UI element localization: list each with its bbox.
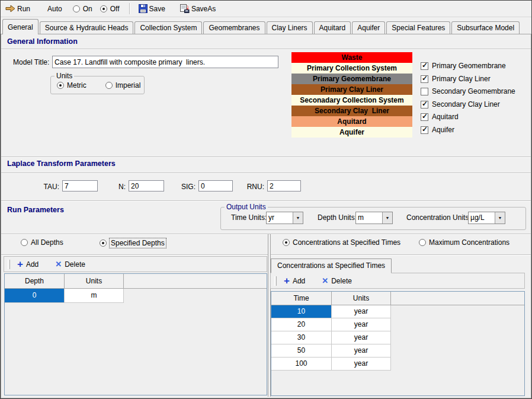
tab-general[interactable]: General xyxy=(2,19,39,34)
tab-special-features[interactable]: Special Features xyxy=(386,21,450,34)
saveas-button[interactable]: SaveAs xyxy=(180,4,216,13)
checkbox-primary-geomembrane[interactable]: Primary Geomembrane xyxy=(421,62,506,70)
rnu-input[interactable] xyxy=(267,180,301,191)
times-add-button[interactable]: + Add xyxy=(284,277,305,285)
metric-radio[interactable]: Metric xyxy=(57,81,86,90)
table-row[interactable]: 20 year xyxy=(271,318,524,331)
imperial-radio[interactable]: Imperial xyxy=(105,81,141,90)
units-cell[interactable]: year xyxy=(332,318,391,331)
checkbox-box[interactable] xyxy=(421,88,428,95)
units-column-header[interactable]: Units xyxy=(332,292,391,305)
times-tab[interactable]: Concentrations at Specified Times xyxy=(271,258,392,273)
auto-off-radio-circle[interactable] xyxy=(100,5,107,12)
x-icon: ✕ xyxy=(322,277,328,285)
depth-column-header[interactable]: Depth xyxy=(5,274,65,289)
concentrations-specified-times-radio[interactable]: Concentrations at Specified Times xyxy=(283,238,400,247)
sig-input[interactable] xyxy=(198,180,233,191)
checkbox-box[interactable] xyxy=(421,113,428,121)
chevron-down-icon[interactable]: ▼ xyxy=(382,212,392,224)
units-groupbox: Units Metric Imperial xyxy=(50,72,145,94)
header-filler xyxy=(124,274,267,289)
main-toolbar: Run Auto On Off Save SaveAs xyxy=(1,1,531,17)
table-row[interactable]: 30 year xyxy=(271,331,524,344)
n-input[interactable] xyxy=(129,180,164,191)
concentrations-specified-times-radio-circle[interactable] xyxy=(283,239,290,246)
all-depths-radio-circle[interactable] xyxy=(21,239,28,246)
imperial-radio-circle[interactable] xyxy=(105,82,113,89)
auto-label: Auto xyxy=(47,5,62,13)
depth-cell[interactable]: 0 xyxy=(5,289,65,303)
layer-primary-geomembrane: Primary Geomembrane xyxy=(291,74,412,84)
depth-units-combo[interactable]: m ▼ xyxy=(355,212,393,224)
table-row[interactable]: 50 year xyxy=(271,344,524,357)
table-row[interactable]: 100 year xyxy=(271,357,524,371)
time-units-combo[interactable]: yr ▼ xyxy=(266,212,303,224)
tab-source-hydraulic-heads[interactable]: Source & Hydraulic Heads xyxy=(40,21,134,34)
auto-off-radio[interactable]: Off xyxy=(100,5,120,13)
chevron-down-icon[interactable]: ▼ xyxy=(293,212,303,224)
all-depths-radio[interactable]: All Depths xyxy=(21,238,63,247)
checkbox-secondary-geomembrane[interactable]: Secondary Geomembrane xyxy=(421,87,515,95)
run-button[interactable]: Run xyxy=(5,5,30,13)
depth-table-header: Depth Units xyxy=(5,274,267,289)
auto-on-radio-circle[interactable] xyxy=(73,5,80,12)
toolbar-separator xyxy=(129,3,130,14)
checkbox-box[interactable] xyxy=(421,101,428,108)
time-units-value: yr xyxy=(267,212,293,224)
depth-add-button[interactable]: + Add xyxy=(17,260,39,269)
table-row[interactable]: 10 year xyxy=(271,305,524,318)
units-cell[interactable]: year xyxy=(332,305,391,318)
times-panel-toolbar: + Add ✕ Delete xyxy=(270,273,525,289)
time-cell[interactable]: 30 xyxy=(271,331,332,344)
tab-collection-system[interactable]: Collection System xyxy=(134,21,202,34)
tab-aquifer[interactable]: Aquifer xyxy=(352,21,385,34)
layer-primary-clay-liner: Primary Clay Liner xyxy=(291,84,412,95)
concentration-units-combo[interactable]: µg/L ▼ xyxy=(468,212,505,224)
times-table: Time Units 10 year 20 year 30 year 50 xyxy=(271,291,525,396)
auto-on-radio[interactable]: On xyxy=(73,5,92,13)
units-cell[interactable]: year xyxy=(332,331,391,344)
time-cell[interactable]: 10 xyxy=(271,305,332,318)
run-arrow-icon xyxy=(5,5,15,12)
depth-add-label: Add xyxy=(26,260,39,269)
tab-clay-liners[interactable]: Clay Liners xyxy=(267,21,313,34)
specified-depths-radio-circle[interactable] xyxy=(100,240,107,247)
depth-delete-button[interactable]: ✕ Delete xyxy=(55,260,85,269)
tau-input[interactable] xyxy=(62,180,98,191)
save-button[interactable]: Save xyxy=(139,4,165,13)
tab-geomembranes[interactable]: Geomembranes xyxy=(203,21,265,34)
plus-icon: + xyxy=(284,277,290,285)
tab-subsurface-model[interactable]: Subsurface Model xyxy=(451,21,520,34)
table-row[interactable]: 0 m xyxy=(5,289,267,303)
checkbox-box[interactable] xyxy=(421,62,428,70)
checkbox-aquitard[interactable]: Aquitard xyxy=(421,113,459,121)
checkbox-box[interactable] xyxy=(421,75,428,83)
metric-radio-circle[interactable] xyxy=(57,82,64,89)
time-cell[interactable]: 50 xyxy=(271,344,332,357)
units-cell[interactable]: year xyxy=(332,357,391,371)
tab-aquitard[interactable]: Aquitard xyxy=(314,21,351,34)
plus-icon: + xyxy=(17,261,23,268)
row-filler xyxy=(391,344,524,357)
checkbox-box[interactable] xyxy=(421,126,428,134)
maximum-concentrations-radio-circle[interactable] xyxy=(419,239,426,246)
checkbox-secondary-clay-liner[interactable]: Secondary Clay Liner xyxy=(421,100,500,108)
checkbox-label: Secondary Clay Liner xyxy=(432,100,500,108)
tau-label: TAU: xyxy=(34,183,59,191)
units-cell[interactable]: year xyxy=(332,344,391,357)
units-cell[interactable]: m xyxy=(65,289,124,303)
maximum-concentrations-radio[interactable]: Maximum Concentrations xyxy=(419,238,509,247)
time-cell[interactable]: 100 xyxy=(271,357,332,371)
checkbox-aquifer[interactable]: Aquifer xyxy=(421,126,454,134)
time-column-header[interactable]: Time xyxy=(271,292,332,305)
checkbox-primary-clay-liner[interactable]: Primary Clay Liner xyxy=(421,75,491,83)
times-delete-button[interactable]: ✕ Delete xyxy=(322,277,352,285)
chevron-down-icon[interactable]: ▼ xyxy=(495,212,505,224)
specified-depths-radio[interactable]: Specified Depths xyxy=(100,238,166,248)
separator-line xyxy=(1,200,531,201)
maximum-concentrations-radio-label: Maximum Concentrations xyxy=(429,238,509,247)
checkbox-label: Aquitard xyxy=(432,113,459,121)
time-cell[interactable]: 20 xyxy=(271,318,332,331)
units-column-header[interactable]: Units xyxy=(65,274,124,289)
model-title-input[interactable] xyxy=(52,56,278,68)
